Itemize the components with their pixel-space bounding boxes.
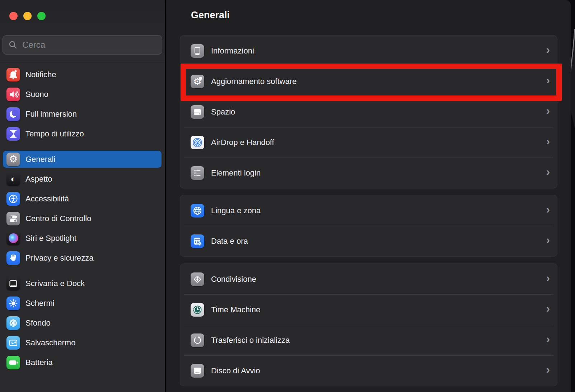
sidebar-item-control-center[interactable]: Centro di Controllo [3,210,162,227]
minimize-button[interactable] [23,12,32,20]
sidebar-item-screensaver[interactable]: Salvaschermo [3,334,162,351]
zoom-button[interactable] [37,12,46,20]
chevron-right-icon: › [546,165,550,178]
sidebar-item-displays[interactable]: Schermi [3,295,162,312]
sidebar-item-label: Scrivania e Dock [25,279,85,288]
sidebar-item-accessibility[interactable]: Accessibilità [3,190,162,207]
calendar-clock-icon [191,234,204,248]
gear-icon: ⚙ [6,153,20,166]
sidebar-item-label: Generali [25,155,55,164]
row-airdrop-handoff[interactable]: AirDrop e Handoff › [180,127,557,158]
sharing-icon [191,272,204,286]
settings-group-locale: Lingua e zona › Data e [180,195,557,257]
row-sharing[interactable]: Condivisione › [180,264,557,294]
sidebar-item-label: Sfondo [25,318,51,328]
screensaver-icon [6,336,20,350]
chevron-right-icon: › [546,363,550,376]
sidebar-item-battery[interactable]: Batteria [3,354,162,371]
chevron-right-icon: › [546,272,550,285]
row-language-region[interactable]: Lingua e zona › [180,195,557,226]
sidebar-item-label: Suono [25,90,48,99]
row-startup-disk[interactable]: Disco di Avvio › [180,355,557,386]
row-label: Aggiornamento software [211,77,296,86]
row-label: Condivisione [211,275,256,284]
search-field[interactable] [3,35,162,55]
sidebar-item-focus[interactable]: Full immersion [3,106,162,122]
chevron-right-icon: › [546,302,550,315]
battery-icon [6,356,20,369]
chevron-right-icon: › [546,135,550,148]
chevron-right-icon: › [546,203,550,216]
chevron-right-icon: › [546,234,550,247]
hourglass-icon [6,127,20,141]
flower-icon [6,316,20,330]
gear-badge-icon: ⚙ [191,75,204,88]
sidebar-item-label: Accessibilità [25,194,69,204]
sidebar-item-label: Notifiche [25,70,56,79]
sidebar-item-privacy-security[interactable]: Privacy e sicurezza [3,249,162,266]
time-machine-icon [191,303,204,317]
row-storage[interactable]: Spazio › [180,97,557,127]
search-icon [8,40,18,50]
airdrop-icon [191,136,204,149]
siri-icon [6,232,20,245]
restore-arrow-icon [191,333,204,347]
close-button[interactable] [9,12,18,20]
chevron-right-icon: › [546,104,550,117]
sidebar-divider [0,62,165,62]
row-label: AirDrop e Handoff [211,138,274,147]
row-transfer-reset[interactable]: Trasferisci o inizializza › [180,325,557,355]
moon-icon [6,107,20,121]
row-time-machine[interactable]: Time Machine › [180,294,557,325]
sidebar-item-general[interactable]: ⚙ Generali [3,151,162,168]
row-label: Disco di Avvio [211,366,260,375]
sidebar-item-label: Full immersion [25,109,77,119]
globe-icon [191,204,204,218]
laptop-icon [191,44,204,58]
row-label: Data e ora [211,237,248,246]
row-about[interactable]: Informazioni › [180,36,557,66]
sidebar-item-siri-spotlight[interactable]: Siri e Spotlight [3,230,162,247]
row-login-items[interactable]: Elementi login › [180,158,557,188]
sidebar-item-label: Schermi [25,299,55,308]
bell-icon [6,68,20,81]
sidebar-item-desktop-dock[interactable]: Scrivania e Dock [3,275,162,292]
appearance-icon: ◐ [6,172,20,186]
general-pane: Generali Informazioni › ⚙ Aggiornamento … [166,0,571,392]
control-center-icon [6,212,20,225]
chevron-right-icon: › [546,43,550,56]
chevron-right-icon: › [546,74,550,87]
window-controls [9,12,46,20]
speaker-icon [6,88,20,101]
row-label: Informazioni [211,46,254,56]
sidebar-item-screen-time[interactable]: Tempo di utilizzo [3,125,162,142]
sidebar: Notifiche Suono [0,0,166,392]
sidebar-item-label: Centro di Controllo [25,214,91,223]
list-icon [191,166,204,180]
sidebar-item-label: Privacy e sicurezza [25,253,94,263]
row-software-update[interactable]: ⚙ Aggiornamento software › [180,66,557,97]
startup-disk-icon [191,364,204,378]
sidebar-item-label: Batteria [25,358,53,367]
sidebar-item-label: Siri e Spotlight [25,234,76,243]
sun-icon [6,297,20,310]
sidebar-item-notifications[interactable]: Notifiche [3,66,162,83]
row-label: Elementi login [211,168,261,178]
system-settings-window: Notifiche Suono [0,0,575,392]
row-label: Lingua e zona [211,206,261,215]
hand-icon [6,251,20,265]
sidebar-item-sound[interactable]: Suono [3,86,162,103]
settings-group-system: Informazioni › ⚙ Aggiornamento software … [180,35,557,188]
sidebar-nav: Notifiche Suono [3,66,162,374]
page-title: Generali [191,10,230,21]
row-date-time[interactable]: Data e ora › [180,226,557,256]
sidebar-item-label: Tempo di utilizzo [25,129,84,139]
row-label: Spazio [211,107,235,117]
sidebar-item-label: Salvaschermo [25,338,75,347]
window-dock-icon [6,277,20,290]
search-input[interactable] [22,40,156,50]
row-label: Time Machine [211,305,260,314]
sidebar-item-wallpaper[interactable]: Sfondo [3,314,162,331]
sidebar-item-appearance[interactable]: ◐ Aspetto [3,171,162,187]
accessibility-icon [6,192,20,206]
